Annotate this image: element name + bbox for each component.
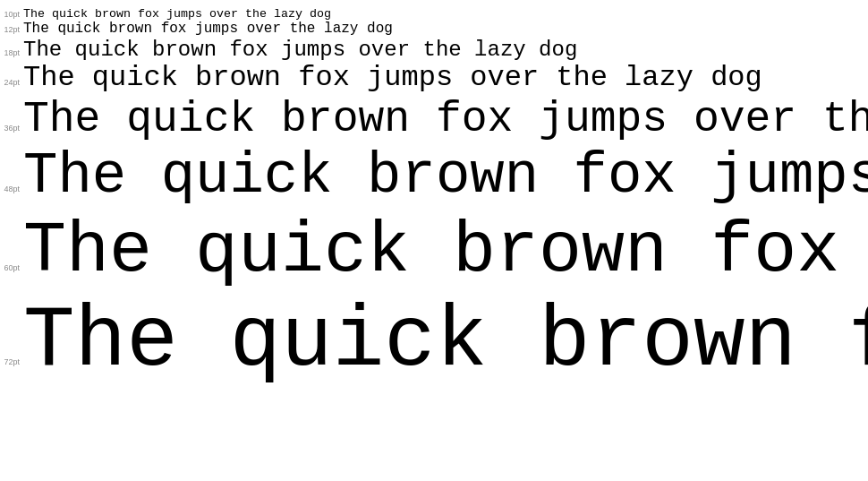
preview-text-24pt: The quick brown fox jumps over the lazy … <box>23 62 762 95</box>
size-label-12pt: 12pt <box>0 26 23 34</box>
size-label-10pt: 10pt <box>0 11 23 19</box>
preview-text-18pt: The quick brown fox jumps over the lazy … <box>23 38 577 63</box>
font-row-36pt: 36pt The quick brown fox jumps over the … <box>0 95 868 144</box>
preview-text-12pt: The quick brown fox jumps over the lazy … <box>23 21 393 37</box>
font-row-72pt: 72pt The quick brown fox jumps over the … <box>0 293 868 391</box>
preview-text-10pt: The quick brown fox jumps over the lazy … <box>23 7 331 21</box>
font-row-24pt: 24pt The quick brown fox jumps over the … <box>0 62 868 95</box>
font-preview-container: 10pt The quick brown fox jumps over the … <box>0 0 868 399</box>
preview-text-48pt: The quick brown fox jumps over the lazy … <box>23 144 868 210</box>
preview-text-36pt: The quick brown fox jumps over the lazy … <box>23 95 868 144</box>
font-row-12pt: 12pt The quick brown fox jumps over the … <box>0 21 868 37</box>
font-row-48pt: 48pt The quick brown fox jumps over the … <box>0 144 868 210</box>
preview-text-72pt: The quick brown fox jumps over the lazy … <box>23 293 868 391</box>
size-label-18pt: 18pt <box>0 49 23 57</box>
size-label-60pt: 60pt <box>0 264 23 272</box>
font-row-60pt: 60pt The quick brown fox jumps over the … <box>0 210 868 293</box>
preview-text-60pt: The quick brown fox jumps over the lazy … <box>23 210 868 293</box>
size-label-24pt: 24pt <box>0 79 23 87</box>
font-row-18pt: 18pt The quick brown fox jumps over the … <box>0 38 868 63</box>
size-label-36pt: 36pt <box>0 125 23 133</box>
font-row-10pt: 10pt The quick brown fox jumps over the … <box>0 7 868 21</box>
size-label-72pt: 72pt <box>0 358 23 366</box>
size-label-48pt: 48pt <box>0 185 23 193</box>
